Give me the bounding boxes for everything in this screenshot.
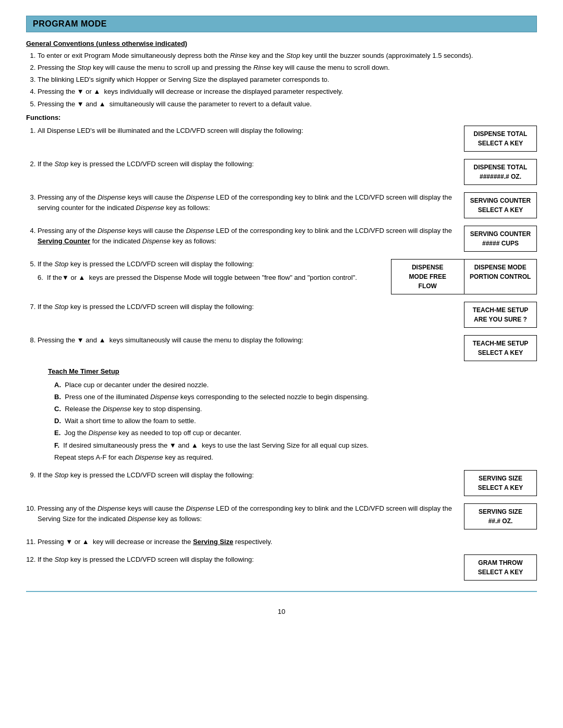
function-item-12: If the Stop key is pressed the LCD/VFD s… (38, 554, 537, 581)
function-item-7: If the Stop key is pressed the LCD/VFD s… (38, 302, 537, 328)
functions-label: Functions: (26, 114, 537, 121)
page-number: 10 (26, 608, 537, 615)
convention-item-2: Pressing the Stop key will cause the men… (38, 63, 537, 73)
teach-me-steps: A. Place cup or decanter under the desir… (48, 380, 537, 463)
function-item-9: If the Stop key is pressed the LCD/VFD s… (38, 470, 537, 496)
lcd-left: DISPENSEMODE FREEFLOW (391, 260, 464, 294)
lcd-right: DISPENSE MODEPORTION CONTROL (464, 260, 537, 294)
function-item-11: Pressing ▼ or ▲ key will decrease or inc… (38, 537, 537, 547)
convention-item-3: The blinking LED's signify which Hopper … (38, 75, 537, 85)
function-7-text: If the Stop key is pressed the LCD/VFD s… (38, 302, 456, 312)
lcd-display-4: SERVING COUNTER##### CUPS (464, 226, 537, 252)
function-11-text: Pressing ▼ or ▲ key will decrease or inc… (38, 537, 537, 547)
function-12-text: If the Stop key is pressed the LCD/VFD s… (38, 554, 456, 565)
convention-item-4: Pressing the ▼ or ▲ keys individually wi… (38, 87, 537, 97)
function-item-4: Pressing any of the Dispense keys will c… (38, 226, 537, 252)
function-item-1: All Dispense LED's will be illuminated a… (38, 126, 537, 152)
function-item-5: If the Stop key is pressed the LCD/VFD s… (38, 259, 537, 294)
function-9-text: If the Stop key is pressed the LCD/VFD s… (38, 470, 456, 480)
teach-me-step-f: F. If desired simultaneously press the ▼… (54, 440, 537, 451)
program-mode-header: PROGRAM MODE (26, 16, 537, 32)
function-2-text: If the Stop key is pressed the LCD/VFD s… (38, 159, 456, 169)
function-item-2: If the Stop key is pressed the LCD/VFD s… (38, 159, 537, 185)
conventions-title: General Conventions (unless otherwise in… (26, 40, 537, 47)
teach-me-repeat: Repeat steps A-F for each Dispense key a… (54, 452, 537, 463)
teach-me-step-b: B. Press one of the illuminated Dispense… (54, 392, 537, 402)
function-1-text: All Dispense LED's will be illuminated a… (38, 126, 456, 136)
conventions-list: To enter or exit Program Mode simultaneo… (26, 51, 537, 109)
function-item-10: Pressing any of the Dispense keys will c… (38, 503, 537, 529)
lcd-display-2: DISPENSE TOTAL#######.# OZ. (464, 159, 537, 185)
lcd-display-9: SERVING SIZESELECT A KEY (464, 470, 537, 496)
function-item-3: Pressing any of the Dispense keys will c… (38, 192, 537, 218)
function-3-text: Pressing any of the Dispense keys will c… (38, 192, 456, 213)
general-conventions-section: General Conventions (unless otherwise in… (26, 40, 537, 121)
function-4-text: Pressing any of the Dispense keys will c… (38, 226, 456, 246)
function-5-6-text: If the Stop key is pressed the LCD/VFD s… (38, 259, 383, 283)
teach-me-step-a: A. Place cup or decanter under the desir… (54, 380, 537, 390)
function-item-8: Pressing the ▼ and ▲ keys simultaneously… (38, 335, 537, 463)
teach-me-step-c: C. Release the Dispense key to stop disp… (54, 404, 537, 414)
lcd-display-7: TEACH-ME SETUPARE YOU SURE ? (464, 302, 537, 328)
function-5-text: If the Stop key is pressed the LCD/VFD s… (38, 259, 383, 269)
lcd-display-8: TEACH-ME SETUPSELECT A KEY (464, 335, 537, 361)
teach-me-step-e: E. Jog the Dispense key as needed to top… (54, 428, 537, 438)
function-8-text: Pressing the ▼ and ▲ keys simultaneously… (38, 335, 456, 346)
functions-list: All Dispense LED's will be illuminated a… (26, 126, 537, 581)
convention-item-1: To enter or exit Program Mode simultaneo… (38, 51, 537, 61)
lcd-display-12: GRAM THROWSELECT A KEY (464, 554, 537, 581)
bottom-rule (26, 591, 537, 592)
function-10-text: Pressing any of the Dispense keys will c… (38, 503, 456, 524)
lcd-display-3: SERVING COUNTERSELECT A KEY (464, 192, 537, 218)
lcd-display-10: SERVING SIZE##.# OZ. (464, 503, 537, 529)
teach-me-step-d: D. Wait a short time to allow the foam t… (54, 416, 537, 426)
convention-item-5: Pressing the ▼ and ▲ simultaneously will… (38, 99, 537, 109)
lcd-display-1: DISPENSE TOTALSELECT A KEY (464, 126, 537, 152)
teach-me-section: Teach Me Timer Setup A. Place cup or dec… (38, 366, 537, 463)
lcd-display-5-6: DISPENSEMODE FREEFLOW DISPENSE MODEPORTI… (391, 259, 537, 294)
teach-me-title: Teach Me Timer Setup (48, 366, 537, 377)
page-title: PROGRAM MODE (33, 19, 530, 29)
function-6-text: 6. If the▼ or ▲ keys are pressed the Dis… (38, 273, 383, 283)
